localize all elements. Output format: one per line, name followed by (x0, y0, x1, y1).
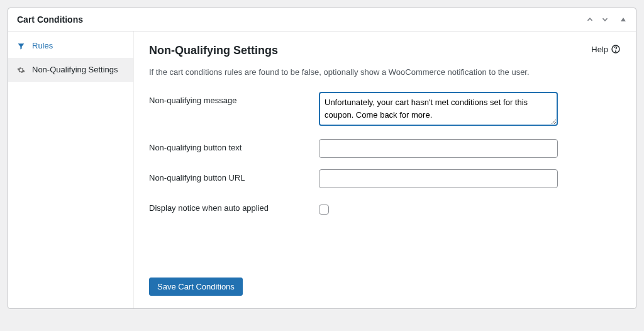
sidebar-item-rules[interactable]: Rules (8, 34, 133, 58)
caret-up-icon[interactable] (619, 16, 627, 23)
message-label: Non-qualifying message (149, 92, 319, 105)
chevron-down-icon[interactable] (601, 15, 609, 24)
field-row-display-notice: Display notice when auto applied (149, 199, 621, 215)
display-notice-checkbox[interactable] (319, 205, 329, 215)
sidebar-item-label: Non-Qualifying Settings (32, 64, 118, 76)
section-description: If the cart conditions rules are found t… (149, 67, 621, 77)
chevron-up-icon[interactable] (586, 15, 594, 24)
sidebar: Rules Non-Qualifying Settings (8, 31, 134, 308)
field-row-button-text: Non-qualifying button text (149, 139, 621, 158)
cart-conditions-panel: Cart Conditions Rules (8, 8, 636, 309)
save-button[interactable]: Save Cart Conditions (149, 278, 243, 296)
panel-header: Cart Conditions (8, 8, 636, 31)
help-icon (611, 44, 621, 54)
field-row-button-url: Non-qualifying button URL (149, 169, 621, 188)
main-content: Non-Qualifying Settings Help If the cart… (134, 31, 636, 308)
svg-marker-0 (621, 18, 626, 21)
sidebar-item-non-qualifying-settings[interactable]: Non-Qualifying Settings (8, 58, 133, 82)
display-notice-label: Display notice when auto applied (149, 199, 319, 213)
main-header: Non-Qualifying Settings Help (149, 44, 621, 57)
sidebar-item-label: Rules (32, 40, 53, 52)
panel-body: Rules Non-Qualifying Settings Non-Qualif… (8, 31, 636, 308)
field-row-message: Non-qualifying message (149, 92, 621, 128)
button-url-label: Non-qualifying button URL (149, 169, 319, 182)
svg-point-2 (615, 51, 616, 52)
panel-title: Cart Conditions (17, 14, 83, 25)
form-footer: Save Cart Conditions (149, 265, 621, 296)
help-label: Help (591, 45, 608, 54)
button-url-input[interactable] (319, 169, 558, 188)
gear-icon (17, 66, 26, 74)
page-title: Non-Qualifying Settings (149, 44, 278, 57)
button-text-input[interactable] (319, 139, 558, 158)
help-link[interactable]: Help (591, 44, 621, 54)
panel-header-actions (586, 15, 627, 24)
button-text-label: Non-qualifying button text (149, 139, 319, 152)
message-textarea[interactable] (319, 92, 558, 126)
filter-icon (17, 42, 26, 50)
